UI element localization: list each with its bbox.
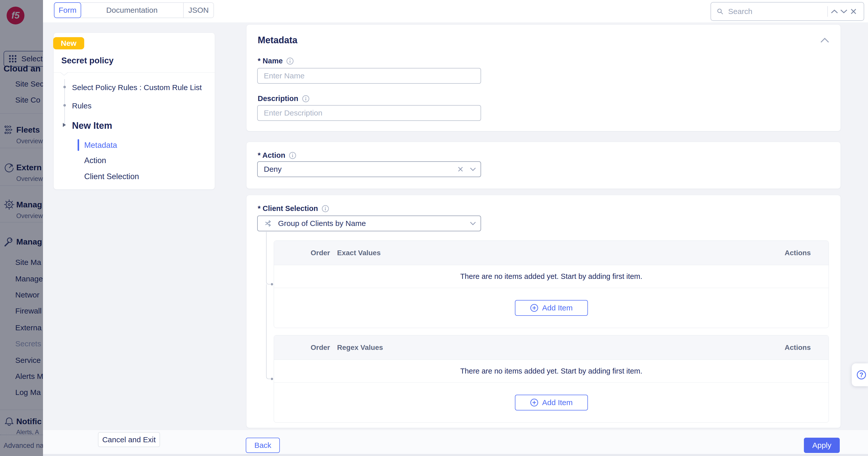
- client-selection-select[interactable]: Group of Clients by Name: [257, 216, 481, 231]
- search-box: [711, 2, 864, 21]
- new-badge: New: [53, 37, 84, 49]
- substep-metadata[interactable]: Metadata: [84, 141, 117, 150]
- empty-state-row: There are no items added yet. Start by a…: [274, 360, 829, 383]
- sidebar: f5 Select s Cloud an Site Sec Site Co: [0, 0, 43, 456]
- metadata-section: Metadata * Name Description: [246, 24, 841, 131]
- column-regex-values: Regex Values: [337, 343, 784, 352]
- empty-state-row: There are no items added yet. Start by a…: [274, 265, 829, 288]
- info-icon[interactable]: [289, 152, 297, 159]
- description-label-row: Description: [258, 94, 310, 103]
- add-item-label: Add Item: [542, 304, 572, 312]
- modal-header: Form Documentation JSON: [43, 0, 868, 22]
- info-icon[interactable]: [302, 95, 310, 102]
- clear-icon[interactable]: [458, 166, 463, 172]
- search-icon: [717, 7, 723, 16]
- description-input[interactable]: [257, 105, 481, 121]
- add-item-button[interactable]: Add Item: [515, 395, 588, 411]
- action-section: * Action Deny: [246, 142, 841, 189]
- client-selection-section: * Client Selection Group of Clients by N…: [246, 195, 841, 428]
- tab-bar: Form Documentation JSON: [54, 2, 214, 18]
- add-item-button[interactable]: Add Item: [515, 300, 588, 316]
- tab-json[interactable]: JSON: [184, 3, 213, 18]
- client-selection-select-value: Group of Clients by Name: [278, 219, 470, 228]
- table-footer: Add Item: [274, 383, 829, 422]
- table-footer: Add Item: [274, 288, 829, 328]
- column-order: Order: [311, 249, 337, 257]
- name-input[interactable]: [257, 68, 481, 84]
- current-step-arrow-icon: [63, 123, 66, 127]
- table-header-row: Order Regex Values Actions: [274, 335, 829, 360]
- wizard-title: Secret policy: [61, 56, 114, 65]
- apply-button[interactable]: Apply: [804, 438, 840, 453]
- empty-state-text: There are no items added yet. Start by a…: [460, 367, 642, 375]
- wizard-panel: New Secret policy Select Policy Rules : …: [54, 33, 215, 189]
- info-icon[interactable]: [321, 205, 329, 212]
- chevron-down-icon[interactable]: [470, 168, 476, 171]
- plus-circle-icon: [530, 398, 538, 407]
- table-header-row: Order Exact Values Actions: [274, 241, 829, 265]
- client-selection-label-row: * Client Selection: [258, 204, 329, 213]
- tab-documentation[interactable]: Documentation: [81, 3, 184, 18]
- description-label: Description: [258, 94, 299, 103]
- tab-form[interactable]: Form: [54, 2, 81, 18]
- back-button[interactable]: Back: [246, 438, 280, 453]
- metadata-title: Metadata: [258, 35, 298, 45]
- help-button[interactable]: ?: [852, 363, 868, 386]
- action-select-value: Deny: [264, 165, 458, 174]
- branch-icon: [264, 219, 274, 228]
- name-label: * Name: [258, 57, 283, 65]
- column-order: Order: [311, 343, 337, 352]
- modal-dim-overlay: [0, 0, 43, 456]
- action-label: * Action: [258, 151, 285, 159]
- wizard-divider: [54, 72, 215, 72]
- plus-circle-icon: [530, 304, 538, 312]
- question-mark-icon: ?: [857, 370, 866, 379]
- add-item-label: Add Item: [542, 398, 572, 407]
- step-rules[interactable]: Rules: [72, 101, 92, 110]
- search-next-icon[interactable]: [839, 6, 849, 17]
- action-label-row: * Action: [258, 151, 297, 159]
- wizard-divider-notch: [60, 72, 68, 75]
- active-substep-indicator: [78, 139, 79, 151]
- step-bullet: [63, 86, 66, 88]
- page: f5 Select s Cloud an Site Sec Site Co: [0, 0, 868, 456]
- exact-values-table: Order Exact Values Actions There are no …: [274, 240, 829, 328]
- search-prev-icon[interactable]: [830, 6, 839, 17]
- chevron-down-icon[interactable]: [470, 222, 476, 225]
- footer-bar: [43, 430, 868, 454]
- bottom-strip: [43, 454, 868, 456]
- step-bullet: [63, 104, 66, 107]
- substep-action[interactable]: Action: [84, 156, 106, 165]
- collapse-chevron-icon[interactable]: [820, 37, 829, 44]
- column-actions: Actions: [784, 249, 811, 257]
- search-input[interactable]: [728, 7, 826, 16]
- column-exact-values: Exact Values: [337, 249, 784, 257]
- regex-values-table: Order Regex Values Actions There are no …: [274, 335, 829, 423]
- substep-client-selection[interactable]: Client Selection: [84, 172, 139, 181]
- cancel-and-exit-button[interactable]: Cancel and Exit: [98, 432, 160, 447]
- name-label-row: * Name: [258, 57, 294, 65]
- search-close-icon[interactable]: [849, 6, 858, 17]
- empty-state-text: There are no items added yet. Start by a…: [460, 272, 642, 281]
- search-divider: [827, 6, 828, 17]
- step-new-item[interactable]: New Item: [72, 120, 112, 131]
- client-selection-label: * Client Selection: [258, 204, 318, 213]
- step-select-policy-rules[interactable]: Select Policy Rules : Custom Rule List: [72, 83, 202, 92]
- action-select[interactable]: Deny: [257, 161, 481, 177]
- info-icon[interactable]: [286, 57, 294, 65]
- column-actions: Actions: [784, 343, 811, 352]
